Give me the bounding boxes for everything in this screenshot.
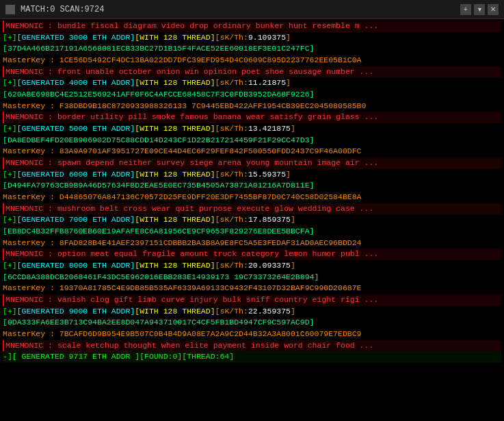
- terminal-line-5: [+][GENERATED 4000 ETH ADDR][WITH 128 TH…: [3, 77, 501, 89]
- terminal-line-4: MNEMONIC : front unable october onion wi…: [3, 66, 501, 78]
- terminal-line-14: [D494FA79763CB9B9A46D57634FBD2EAE5E0EC73…: [3, 180, 501, 192]
- terminal-line-8: MNEMONIC : border utility pill smoke fam…: [3, 112, 501, 123]
- close-button[interactable]: ✕: [488, 4, 499, 15]
- dropdown-button[interactable]: ▾: [474, 4, 485, 15]
- terminal-line-29: -][ GENERATED 9717 ETH ADDR ][FOUND:0][T…: [3, 351, 501, 363]
- terminal-line-21: [+][GENERATED 8000 ETH ADDR][WITH 128 TH…: [3, 260, 501, 272]
- titlebar: MATCH:0 SCAN:9724 + ▾ ✕: [0, 0, 504, 19]
- terminal-icon: [5, 5, 15, 14]
- terminal-line-3: MasterKey : 1CE56D5492CF4DC13BA022DD7DFC…: [3, 55, 501, 66]
- terminal-line-11: MasterKey : 83A9A9701AF3951727E09CE44D4E…: [3, 146, 501, 157]
- titlebar-title: MATCH:0 SCAN:9724: [21, 5, 455, 14]
- terminal-line-28: MNEMONIC : scale ketchup thought when el…: [3, 340, 501, 352]
- terminal-line-22: [6CCD8A388DCB2068461F43DC5E962016EBB283E…: [3, 272, 501, 283]
- terminal-line-19: MasterKey : 8FAD828B4E41AEF2397151CDBBB2…: [3, 238, 501, 249]
- terminal-line-1: [+][GENERATED 3000 ETH ADDR][WITH 128 TH…: [3, 32, 501, 44]
- terminal-line-10: [DA8EDBEF4FD20EB906902D75C88CDD14D243CF1…: [3, 135, 501, 146]
- terminal-line-26: [0DA333FA6EE3B713C94BA2EE8D047A943710017…: [3, 317, 501, 329]
- terminal-line-27: MasterKey : 7BCAFD6D9B954E9B507C0B4B4D9A…: [3, 329, 501, 340]
- add-tab-button[interactable]: +: [460, 4, 471, 15]
- terminal-line-23: MasterKey : 19370A81785C4E9DB85B535AF633…: [3, 283, 501, 294]
- terminal-line-17: [+][GENERATED 7000 ETH ADDR][WITH 128 TH…: [3, 214, 501, 226]
- terminal-line-16: MNEMONIC : mushroom belt cross wear quit…: [3, 203, 501, 215]
- terminal-line-6: [620ABE698BC4E2512E569241AFF0F6C4AFCCE68…: [3, 89, 501, 101]
- terminal-line-15: MasterKey : D44865076A847136C70572D25FE9…: [3, 192, 501, 203]
- terminal-line-25: [+][GENERATED 9000 ETH ADDR][WITH 128 TH…: [3, 306, 501, 318]
- terminal-line-7: MasterKey : F38DBD9B18C8720933988326133 …: [3, 101, 501, 112]
- titlebar-controls: + ▾ ✕: [460, 4, 499, 15]
- terminal-line-2: [37D4A466B217191A6568081ECB33BC27D1B15F4…: [3, 43, 501, 55]
- terminal-line-24: MNEMONIC : vanish clog gift limb curve i…: [3, 294, 501, 306]
- terminal-line-13: [+][GENERATED 6000 ETH ADDR][WITH 128 TH…: [3, 169, 501, 181]
- terminal-line-0: MNEMONIC : bundle fiscal diagram video d…: [3, 21, 501, 32]
- terminal-line-12: MNEMONIC : spawn depend neither survey s…: [3, 157, 501, 169]
- terminal-line-18: [EB8DC4B32FFB8760EB60E19AFAFE8C6A81956CE…: [3, 226, 501, 238]
- terminal-line-20: MNEMONIC : option meat equal fragile amo…: [3, 248, 501, 260]
- terminal: MNEMONIC : bundle fiscal diagram video d…: [0, 19, 504, 421]
- terminal-line-9: [+][GENERATED 5000 ETH ADDR][WITH 128 TH…: [3, 123, 501, 135]
